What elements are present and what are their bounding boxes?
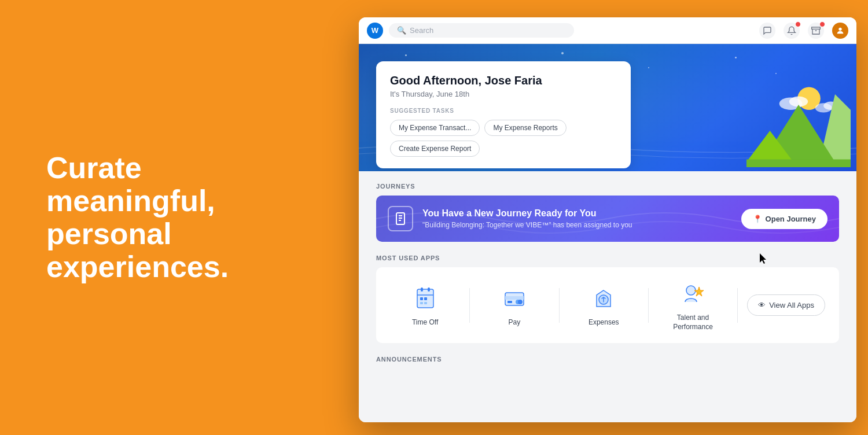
cursor: [760, 253, 767, 264]
journey-icon-wrap: [388, 206, 413, 231]
top-bar-right: [759, 23, 848, 39]
search-icon: 🔍: [397, 26, 406, 35]
svg-marker-31: [694, 287, 704, 296]
app-item-talent[interactable]: Talent and Performance: [658, 279, 728, 331]
app-label-expenses: Expenses: [589, 318, 619, 327]
app-item-time-off[interactable]: Time Off: [390, 283, 460, 327]
app-label-time-off: Time Off: [412, 318, 438, 327]
apps-divider-1: [469, 288, 470, 323]
svg-rect-0: [812, 27, 821, 29]
view-all-label: View All Apps: [769, 301, 814, 309]
svg-rect-20: [420, 297, 423, 300]
greeting-date: It's Thursday, June 18th: [390, 90, 617, 98]
inbox-icon[interactable]: [808, 23, 824, 39]
expenses-icon: [589, 283, 619, 314]
task-btn-expense-reports[interactable]: My Expense Reports: [484, 120, 566, 136]
svg-point-28: [518, 300, 523, 304]
greeting-card: Good Afternoon, Jose Faria It's Thursday…: [376, 61, 631, 168]
eye-icon: 👁: [758, 301, 766, 309]
open-journey-label: Open Journey: [766, 215, 816, 223]
svg-rect-23: [424, 302, 427, 304]
hero-line4: experiences.: [46, 250, 229, 283]
apps-divider-2: [559, 288, 560, 323]
top-bar: W 🔍 Search: [359, 17, 856, 44]
hero-line2: meaningful,: [46, 184, 215, 218]
app-label-talent: Talent and Performance: [673, 314, 713, 331]
svg-rect-17: [421, 287, 423, 292]
svg-rect-21: [424, 297, 427, 300]
chat-icon[interactable]: [759, 23, 775, 39]
apps-divider-4: [737, 288, 738, 323]
view-all-apps-button[interactable]: 👁 View All Apps: [747, 294, 825, 316]
task-btn-expense-transactions[interactable]: My Expense Transact...: [390, 120, 480, 136]
user-avatar[interactable]: [832, 23, 848, 39]
apps-divider-3: [648, 288, 649, 323]
hero-banner: Good Afternoon, Jose Faria It's Thursday…: [359, 44, 856, 171]
apps-section-label: MOST USED APPS: [376, 255, 839, 261]
svg-point-2: [838, 27, 841, 30]
svg-rect-18: [428, 287, 430, 292]
location-icon: 📍: [753, 215, 762, 223]
search-bar[interactable]: 🔍 Search: [389, 23, 574, 38]
notification-badge: [795, 21, 801, 27]
browser-window: W 🔍 Search: [359, 17, 856, 422]
left-panel: Curate meaningful, personal experiences.: [0, 0, 278, 435]
app-item-expenses[interactable]: Expenses: [569, 283, 639, 327]
main-content: JOURNEYS You Have a New Journey Ready fo…: [359, 171, 856, 422]
apps-card: Time Off Pay: [376, 267, 839, 343]
app-item-pay[interactable]: Pay: [479, 283, 549, 327]
journeys-section-label: JOURNEYS: [376, 183, 839, 190]
pay-icon: [499, 283, 529, 314]
journey-text: You Have a New Journey Ready for You "Bu…: [422, 208, 732, 229]
journey-banner: You Have a New Journey Ready for You "Bu…: [376, 196, 839, 242]
inbox-badge: [819, 21, 825, 27]
task-btn-create-expense[interactable]: Create Expense Report: [390, 141, 480, 157]
search-placeholder: Search: [410, 26, 433, 35]
svg-rect-11: [746, 160, 851, 168]
greeting-title: Good Afternoon, Jose Faria: [390, 74, 617, 87]
journey-title: You Have a New Journey Ready for You: [422, 208, 732, 219]
app-label-pay: Pay: [509, 318, 521, 327]
mountain-illustration: [746, 79, 851, 171]
hero-line1: Curate: [46, 151, 142, 185]
suggested-tasks-label: SUGGESTED TASKS: [390, 108, 617, 114]
svg-rect-22: [420, 302, 423, 304]
workday-logo: W: [367, 23, 383, 39]
svg-rect-26: [507, 301, 512, 303]
hero-line3: personal: [46, 217, 172, 250]
talent-icon: [678, 279, 708, 309]
hero-text: Curate meaningful, personal experiences.: [46, 152, 229, 284]
open-journey-button[interactable]: 📍 Open Journey: [741, 209, 827, 229]
svg-rect-25: [505, 296, 524, 300]
announcements-section-label: ANNOUNCEMENTS: [376, 356, 839, 363]
svg-rect-12: [396, 213, 404, 224]
time-off-icon: [410, 283, 440, 314]
task-buttons: My Expense Transact... My Expense Report…: [390, 120, 617, 157]
journey-subtitle: "Building Belonging: Together we VIBE™" …: [422, 221, 732, 229]
notification-icon[interactable]: [784, 23, 800, 39]
